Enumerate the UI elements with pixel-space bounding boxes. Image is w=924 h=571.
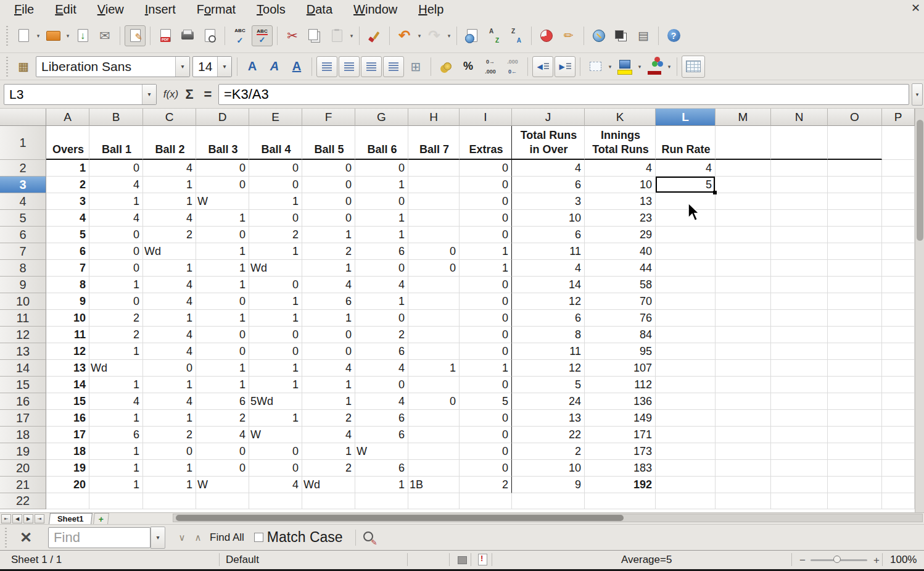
cell-A10[interactable]: 9 <box>46 293 89 310</box>
cell-B14[interactable]: Wd <box>89 360 143 377</box>
last-sheet-button[interactable]: ⇥ <box>35 514 44 523</box>
cell-M17[interactable] <box>716 410 771 427</box>
column-header-I[interactable]: I <box>460 109 512 126</box>
cell-D21[interactable]: W <box>196 477 249 493</box>
cell-L18[interactable] <box>656 427 716 443</box>
grid-visible-icon[interactable] <box>682 56 705 78</box>
cell-H3[interactable] <box>408 177 460 193</box>
borders-dropdown[interactable]: ▾ <box>606 56 614 77</box>
cell-N14[interactable] <box>771 360 828 377</box>
cell-B6[interactable]: 0 <box>89 227 143 243</box>
cell-K6[interactable]: 29 <box>585 227 656 243</box>
cell-G10[interactable]: 1 <box>355 293 408 310</box>
cell-O7[interactable] <box>828 243 882 260</box>
cell-M7[interactable] <box>716 243 771 260</box>
cell-B1[interactable]: Ball 1 <box>89 126 143 160</box>
cell-L14[interactable] <box>656 360 716 377</box>
row-header-8[interactable]: 8 <box>0 260 46 277</box>
row-header-10[interactable]: 10 <box>0 293 46 310</box>
selected-cell-L3[interactable]: 5 <box>656 177 716 193</box>
cell-C9[interactable]: 4 <box>143 277 196 293</box>
cell-I4[interactable]: 0 <box>460 193 512 210</box>
menu-item-view[interactable]: View <box>87 2 134 17</box>
find-input[interactable] <box>49 528 150 548</box>
cell-O22[interactable] <box>828 493 882 509</box>
zoom-in-icon[interactable]: + <box>873 554 880 567</box>
sort-ascending-icon[interactable] <box>484 25 505 46</box>
cell-N12[interactable] <box>771 327 828 343</box>
cell-D16[interactable]: 6 <box>196 393 249 410</box>
cell-A21[interactable]: 20 <box>46 477 89 493</box>
cell-O6[interactable] <box>828 227 882 243</box>
cell-reference-input[interactable] <box>4 85 142 104</box>
background-color-icon[interactable] <box>614 56 635 77</box>
find-previous-icon[interactable]: ∧ <box>190 532 206 543</box>
cell-G1[interactable]: Ball 6 <box>355 126 408 160</box>
cell-F8[interactable]: 1 <box>302 260 355 277</box>
cell-L9[interactable] <box>656 277 716 293</box>
cell-J8[interactable]: 4 <box>512 260 585 277</box>
cell-H19[interactable] <box>408 443 460 460</box>
cell-C19[interactable]: 0 <box>143 443 196 460</box>
cell-H16[interactable]: 0 <box>408 393 460 410</box>
cell-D4[interactable]: W <box>196 193 249 210</box>
corner-box[interactable] <box>0 109 46 126</box>
cell-G8[interactable]: 0 <box>355 260 408 277</box>
cell-C11[interactable]: 1 <box>143 310 196 327</box>
cell-K15[interactable]: 112 <box>585 377 656 393</box>
cell-N18[interactable] <box>771 427 828 443</box>
name-box[interactable]: ▾ <box>4 84 157 105</box>
cell-N11[interactable] <box>771 310 828 327</box>
row-header-21[interactable]: 21 <box>0 477 46 493</box>
row-header-7[interactable]: 7 <box>0 243 46 260</box>
cell-J18[interactable]: 22 <box>512 427 585 443</box>
formula-input-line[interactable] <box>218 84 909 105</box>
new-document-icon[interactable] <box>13 25 34 46</box>
cell-F4[interactable]: 0 <box>302 193 355 210</box>
cell-K1[interactable]: Innings Total Runs <box>585 126 656 160</box>
help-icon[interactable] <box>663 25 684 46</box>
row-header-6[interactable]: 6 <box>0 227 46 243</box>
cell-B3[interactable]: 4 <box>89 177 143 193</box>
cell-M10[interactable] <box>716 293 771 310</box>
cell-A17[interactable]: 16 <box>46 410 89 427</box>
email-icon[interactable]: ✉ <box>94 25 115 46</box>
cell-J12[interactable]: 8 <box>512 327 585 343</box>
cell-B11[interactable]: 2 <box>89 310 143 327</box>
cell-I22[interactable] <box>460 493 512 509</box>
cell-N17[interactable] <box>771 410 828 427</box>
cell-G11[interactable]: 0 <box>355 310 408 327</box>
cell-H7[interactable]: 0 <box>408 243 460 260</box>
cell-C5[interactable]: 4 <box>143 210 196 227</box>
cell-L11[interactable] <box>656 310 716 327</box>
cell-M20[interactable] <box>716 460 771 477</box>
cell-G13[interactable]: 6 <box>355 343 408 360</box>
cell-L13[interactable] <box>656 343 716 360</box>
cell-L4[interactable] <box>656 193 716 210</box>
menu-item-window[interactable]: Window <box>343 2 408 17</box>
cell-O12[interactable] <box>828 327 882 343</box>
cell-M9[interactable] <box>716 277 771 293</box>
cell-E19[interactable]: 0 <box>249 443 302 460</box>
row-header-16[interactable]: 16 <box>0 393 46 410</box>
cell-P10[interactable] <box>882 293 915 310</box>
cell-C14[interactable]: 0 <box>143 360 196 377</box>
cell-H20[interactable] <box>408 460 460 477</box>
cell-D11[interactable]: 1 <box>196 310 249 327</box>
column-header-C[interactable]: C <box>143 109 196 126</box>
datasources-icon[interactable]: ▤ <box>633 25 654 46</box>
menu-item-file[interactable]: File <box>4 2 44 17</box>
cell-O19[interactable] <box>828 443 882 460</box>
cell-I11[interactable]: 0 <box>460 310 512 327</box>
cell-O13[interactable] <box>828 343 882 360</box>
align-center-icon[interactable] <box>339 56 360 77</box>
cell-H13[interactable] <box>408 343 460 360</box>
cell-P12[interactable] <box>882 327 915 343</box>
cell-M22[interactable] <box>716 493 771 509</box>
menu-item-insert[interactable]: Insert <box>134 2 186 17</box>
cell-J20[interactable]: 10 <box>512 460 585 477</box>
cell-O18[interactable] <box>828 427 882 443</box>
cell-B8[interactable]: 0 <box>89 260 143 277</box>
redo-icon[interactable]: ↷ <box>424 25 445 46</box>
sum-icon[interactable]: Σ <box>180 86 199 102</box>
